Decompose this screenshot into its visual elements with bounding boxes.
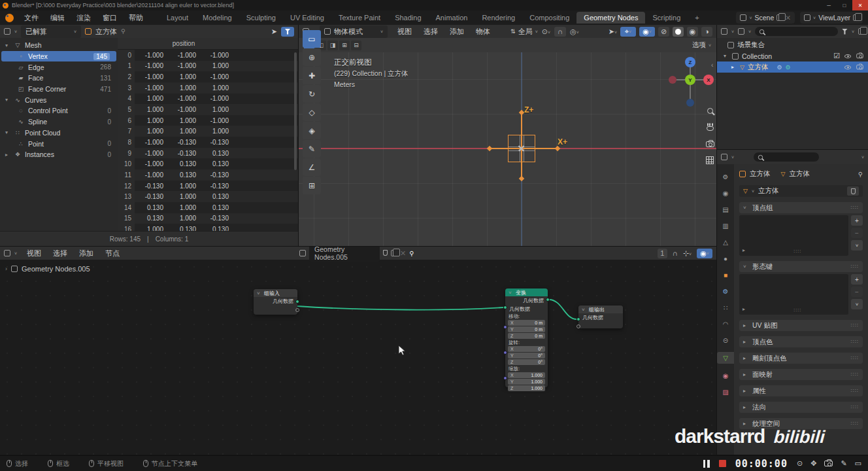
workspace-tab[interactable]: Layout (159, 12, 195, 24)
gizmo-x-neg[interactable] (669, 76, 676, 84)
workspace-tab[interactable]: Scripting (645, 12, 688, 24)
vector-field[interactable]: X0 m (508, 320, 545, 326)
node-transform[interactable]: ˅变换 几何数据 几何数据 移动:X0 mY0 mZ0 m旋转:X0°Y0°Z0… (505, 288, 548, 387)
draw-pencil-icon[interactable]: ✎ (841, 459, 846, 468)
breadcrumb-object[interactable]: 立方体 (750, 169, 771, 179)
table-row[interactable]: 41.000-1.000-1.000 (118, 94, 298, 105)
overlays-dropdown[interactable]: ◉˅ (639, 27, 655, 37)
menubar-item[interactable]: 文件 (18, 12, 44, 24)
rotation-socket[interactable] (503, 351, 507, 355)
editor-type-icon[interactable] (4, 28, 10, 35)
viewport-3d[interactable]: ˅ 物体模式˅ 视图选择添加物体 ⇅全局˅ ⊙˅ ∩ ◎˅ ➤˅ ⌖˅ ◉˅ ⊘… (299, 25, 716, 246)
maximize-button[interactable]: □ (837, 0, 852, 10)
fake-user-shield-icon[interactable] (383, 249, 388, 257)
table-column-header[interactable]: position (118, 38, 298, 50)
properties-search-input[interactable] (754, 152, 819, 162)
geometry-input-socket[interactable] (503, 305, 507, 309)
select-mode-button[interactable]: ⊞ (339, 41, 350, 50)
tool-add-primitive[interactable]: ⊞ (303, 177, 321, 194)
copy-node-tree-icon[interactable] (391, 250, 397, 256)
tool-cursor[interactable]: ⊕ (303, 48, 321, 66)
panel-header[interactable]: ▸雕刻顶点色∷∷ (739, 353, 863, 364)
tree-item[interactable]: ▫Vertex145 (1, 51, 116, 62)
gizmo-y-axis[interactable]: Y (685, 75, 695, 85)
editor-type-icon[interactable] (721, 28, 727, 35)
table-row[interactable]: 140.1301.0000.130 (118, 202, 298, 213)
pin-icon[interactable]: ⚲ (858, 171, 863, 178)
panel-header[interactable]: ▸UV 贴图∷∷ (739, 320, 863, 331)
tree-group[interactable]: ▸❖Instances0 (0, 149, 118, 160)
scene-selector[interactable]: ˅ Scene ✕ (736, 12, 795, 24)
node-tree-breadcrumb[interactable]: › Geometry Nodes.005 (5, 265, 90, 273)
table-row[interactable]: 3-1.0001.0001.000 (118, 82, 298, 94)
specials-dropdown[interactable]: ˅ (851, 299, 863, 309)
menubar-item[interactable]: 窗口 (97, 12, 123, 24)
viewport-menu-item[interactable]: 添加 (444, 26, 470, 38)
monitor-icon[interactable]: ▭ (855, 459, 861, 468)
pan-hand-icon[interactable] (704, 121, 716, 133)
table-row[interactable]: 11-1.0000.130-0.130 (118, 169, 298, 181)
properties-tab-object-data[interactable]: ▽ (717, 352, 734, 364)
workspace-tab[interactable]: UV Editing (283, 12, 331, 24)
vector-field[interactable]: X0° (508, 346, 545, 352)
properties-tab-particles[interactable]: ∷ (717, 303, 734, 312)
geometry-input-socket[interactable] (576, 317, 580, 321)
gizmo-x-axis[interactable]: X (703, 75, 714, 85)
pin-icon[interactable]: ⚲ (409, 250, 414, 257)
new-collection-icon[interactable] (858, 28, 864, 35)
gizmo-z-neg[interactable] (686, 99, 694, 107)
camera-view-icon[interactable] (704, 138, 716, 150)
properties-tab-view-layer[interactable]: ▥ (717, 221, 734, 230)
table-row[interactable]: 13-0.1301.0000.130 (118, 191, 298, 202)
node-editor-menu-item[interactable]: 添加 (73, 247, 99, 260)
properties-tab-modifiers[interactable]: ⚙ (717, 287, 734, 296)
hide-eye-icon[interactable] (844, 54, 851, 58)
node-canvas[interactable]: ˅组输入 几何数据 ˅变换 几何数据 几何数据 移动:X0 mY0 mZ0 m旋… (0, 260, 716, 455)
panel-header[interactable]: ▸属性∷∷ (739, 385, 863, 396)
viewport-canvas[interactable]: 正交前视图 (229) Collection | 立方体 Meters Z+ X… (299, 52, 716, 246)
table-row[interactable]: 9-1.000-0.1300.130 (118, 148, 298, 159)
tree-item[interactable]: ◌Control Point0 (0, 105, 118, 116)
table-row[interactable]: 0-1.000-1.000-1.000 (118, 50, 298, 61)
filter-icon[interactable] (842, 29, 848, 35)
close-button[interactable]: ✕ (852, 0, 868, 10)
filter-toggle-button[interactable] (281, 27, 294, 37)
selected-cube-object[interactable] (508, 135, 535, 162)
shading-solid-button[interactable] (673, 27, 684, 37)
panel-list[interactable]: ▸∷∷ (739, 274, 848, 315)
collection-checkbox[interactable]: ☑ (833, 52, 840, 60)
workspace-tab[interactable]: Animation (429, 12, 475, 24)
shading-rendered-button[interactable]: ◑ (701, 27, 712, 37)
table-row[interactable]: 8-1.000-0.130-0.130 (118, 137, 298, 148)
unlink-icon[interactable]: ✕ (400, 249, 406, 258)
node-group-output[interactable]: ˅组输出 几何数据 (578, 305, 623, 328)
orientation-dropdown[interactable]: ⇅全局˅ (510, 27, 538, 37)
tool-scale[interactable]: ◇ (303, 103, 321, 121)
blender-logo-icon[interactable] (5, 14, 14, 22)
zoom-icon[interactable] (704, 105, 716, 116)
table-row[interactable]: 1-1.000-1.0001.000 (118, 61, 298, 72)
dataset-dropdown[interactable]: 已解算˅ (21, 26, 81, 38)
node-editor-menu-item[interactable]: 节点 (99, 247, 125, 260)
mesh-name-field[interactable]: ▽˅ 立方体 (739, 185, 863, 197)
pause-button[interactable] (703, 460, 710, 468)
tree-item[interactable]: ▰Face131 (0, 73, 118, 84)
vector-field[interactable]: Y0 m (508, 326, 545, 332)
resize-icon[interactable]: ✥ (810, 459, 816, 468)
tree-item[interactable]: ◰Face Corner471 (0, 84, 118, 95)
node-editor-menu-item[interactable]: 选择 (47, 247, 73, 260)
tree-group[interactable]: ▾∿Curves (0, 94, 118, 105)
tree-group[interactable]: ▾▽Mesh (0, 40, 118, 51)
outliner-row-scene-collection[interactable]: 场景集合 (717, 39, 868, 50)
panel-list[interactable]: ▸∷∷ (739, 215, 848, 256)
workspace-tab[interactable]: Geometry Nodes (576, 12, 645, 24)
tool-move[interactable]: ✚ (303, 67, 321, 84)
user-count-badge[interactable]: 1 (658, 249, 667, 258)
display-mode-icon[interactable] (738, 28, 744, 35)
stop-record-button[interactable] (719, 460, 726, 467)
remove-button[interactable]: − (851, 228, 863, 238)
panel-header[interactable]: ▸顶点色∷∷ (739, 336, 863, 347)
editor-type-icon[interactable] (721, 154, 727, 160)
grid-ortho-icon[interactable] (704, 154, 716, 166)
snap-magnet-icon[interactable]: ∩ (673, 249, 678, 257)
